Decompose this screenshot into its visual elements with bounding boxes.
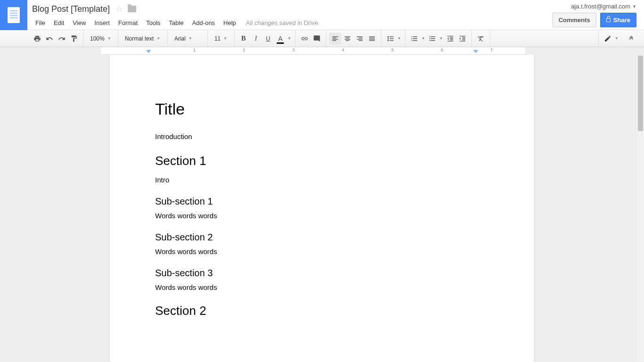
bold-button[interactable]: B bbox=[238, 33, 250, 45]
document-title[interactable]: Blog Post [Template] bbox=[31, 4, 111, 15]
left-indent-marker[interactable] bbox=[146, 50, 151, 53]
ruler-area: 1 2 3 4 5 6 7 bbox=[0, 47, 644, 55]
dropdown-arrow-icon: ▼ bbox=[632, 4, 636, 9]
chevron-down-icon: ▼ bbox=[107, 36, 111, 41]
vertical-scrollbar[interactable] bbox=[637, 55, 644, 362]
editing-mode-icon[interactable] bbox=[602, 33, 614, 45]
chevron-down-icon: ▼ bbox=[189, 36, 192, 41]
menu-tools[interactable]: Tools bbox=[142, 17, 165, 28]
doc-subsection-heading[interactable]: Sub-section 3 bbox=[155, 268, 489, 279]
ruler-tick: 6 bbox=[441, 48, 443, 52]
clear-formatting-icon[interactable] bbox=[475, 33, 487, 45]
scrollbar-thumb[interactable] bbox=[638, 56, 643, 131]
zoom-value: 100% bbox=[90, 35, 105, 42]
folder-icon[interactable] bbox=[128, 6, 136, 12]
doc-intro-text[interactable]: Introduction bbox=[155, 132, 489, 140]
decrease-indent-icon[interactable] bbox=[444, 33, 456, 45]
doc-section-heading[interactable]: Section 2 bbox=[155, 304, 489, 318]
doc-title-heading[interactable]: Title bbox=[155, 100, 489, 118]
app-header: Blog Post [Template] ☆ File Edit View In… bbox=[0, 0, 644, 30]
menu-bar: File Edit View Insert Format Tools Table… bbox=[31, 17, 549, 28]
align-left-icon[interactable] bbox=[329, 33, 341, 45]
chevron-down-icon: ▼ bbox=[223, 36, 227, 41]
chevron-down-icon: ▼ bbox=[157, 36, 160, 41]
menu-edit[interactable]: Edit bbox=[50, 17, 68, 28]
font-value: Arial bbox=[174, 35, 186, 42]
doc-section-heading[interactable]: Section 1 bbox=[155, 154, 489, 168]
underline-button[interactable]: U bbox=[262, 33, 274, 45]
collapse-toolbar-icon[interactable] bbox=[625, 33, 637, 45]
numbered-list-icon[interactable] bbox=[408, 33, 421, 45]
share-label: Share bbox=[613, 16, 630, 24]
font-size-select[interactable]: 11 ▼ bbox=[211, 33, 231, 45]
doc-subsection-heading[interactable]: Sub-section 1 bbox=[155, 196, 489, 207]
text-color-dropdown[interactable]: ▼ bbox=[287, 33, 292, 45]
account-menu[interactable]: aja.t.frost@gmail.com ▼ bbox=[571, 3, 636, 10]
print-icon[interactable] bbox=[31, 33, 43, 45]
lock-icon bbox=[606, 18, 611, 22]
star-icon[interactable]: ☆ bbox=[116, 4, 123, 14]
horizontal-ruler[interactable]: 1 2 3 4 5 6 7 bbox=[101, 47, 525, 55]
align-center-icon[interactable] bbox=[341, 33, 354, 45]
doc-body-text[interactable]: Words words words bbox=[155, 212, 489, 220]
share-button[interactable]: Share bbox=[600, 13, 636, 27]
menu-help[interactable]: Help bbox=[219, 17, 240, 28]
line-spacing-icon[interactable] bbox=[384, 33, 396, 45]
docs-app-icon[interactable] bbox=[0, 0, 27, 30]
editing-mode-dropdown[interactable]: ▼ bbox=[614, 33, 619, 45]
ruler-tick: 4 bbox=[342, 48, 344, 52]
numbered-list-dropdown[interactable]: ▼ bbox=[421, 33, 426, 45]
menu-view[interactable]: View bbox=[68, 17, 90, 28]
document-page[interactable]: Title Introduction Section 1 Intro Sub-s… bbox=[110, 55, 534, 362]
account-email: aja.t.frost@gmail.com bbox=[571, 3, 630, 10]
paragraph-style-select[interactable]: Normal text ▼ bbox=[121, 33, 165, 45]
align-justify-icon[interactable] bbox=[366, 33, 378, 45]
undo-icon[interactable] bbox=[43, 33, 56, 45]
size-value: 11 bbox=[215, 35, 221, 42]
zoom-select[interactable]: 100% ▼ bbox=[86, 33, 115, 45]
insert-link-icon[interactable] bbox=[298, 33, 311, 45]
ruler-tick: 3 bbox=[292, 48, 295, 52]
align-right-icon[interactable] bbox=[354, 33, 366, 45]
ruler-tick: 1 bbox=[193, 48, 196, 52]
paint-format-icon[interactable] bbox=[68, 33, 80, 45]
comments-button[interactable]: Comments bbox=[553, 13, 596, 27]
line-spacing-dropdown[interactable]: ▼ bbox=[396, 33, 402, 45]
doc-body-text[interactable]: Intro bbox=[155, 176, 489, 184]
ruler-tick: 5 bbox=[391, 48, 394, 52]
menu-table[interactable]: Table bbox=[165, 17, 188, 28]
bulleted-list-icon[interactable] bbox=[426, 33, 438, 45]
increase-indent-icon[interactable] bbox=[456, 33, 469, 45]
text-color-button[interactable]: A bbox=[274, 33, 287, 45]
insert-comment-icon[interactable] bbox=[311, 33, 323, 45]
doc-body-text[interactable]: Words words words bbox=[155, 247, 489, 255]
menu-addons[interactable]: Add-ons bbox=[188, 17, 219, 28]
ruler-tick: 2 bbox=[243, 48, 245, 52]
redo-icon[interactable] bbox=[56, 33, 68, 45]
bulleted-list-dropdown[interactable]: ▼ bbox=[438, 33, 444, 45]
menu-file[interactable]: File bbox=[31, 17, 50, 28]
header-right: aja.t.frost@gmail.com ▼ Comments Share bbox=[553, 0, 644, 27]
style-value: Normal text bbox=[125, 35, 154, 42]
menu-format[interactable]: Format bbox=[114, 17, 142, 28]
document-canvas[interactable]: Title Introduction Section 1 Intro Sub-s… bbox=[0, 55, 644, 362]
menu-insert[interactable]: Insert bbox=[90, 17, 114, 28]
right-indent-marker[interactable] bbox=[473, 50, 478, 53]
save-status: All changes saved in Drive bbox=[240, 17, 324, 28]
italic-button[interactable]: I bbox=[250, 33, 262, 45]
doc-body-text[interactable]: Words words words bbox=[155, 283, 489, 291]
toolbar: 100% ▼ Normal text ▼ Arial ▼ 11 ▼ B I U … bbox=[0, 30, 644, 47]
title-area: Blog Post [Template] ☆ File Edit View In… bbox=[27, 0, 553, 28]
doc-subsection-heading[interactable]: Sub-section 2 bbox=[155, 232, 489, 243]
ruler-tick: 7 bbox=[490, 48, 493, 52]
font-select[interactable]: Arial ▼ bbox=[171, 33, 205, 45]
